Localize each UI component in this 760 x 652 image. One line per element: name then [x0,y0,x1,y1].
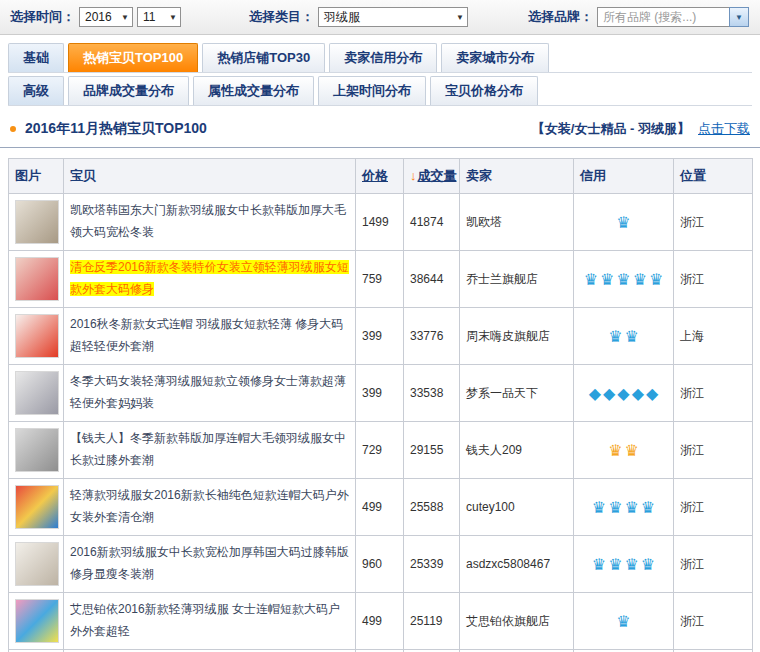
item-title-link[interactable]: 2016秋冬新款女式连帽 羽绒服女短款轻薄 修身大码超轻轻便外套潮 [70,317,343,353]
year-select-value: 2016 [85,10,112,24]
top100-table: 图片 宝贝 价格 ↓成交量 卖家 信用 位置 凯欧塔韩国东大门新款羽绒服女中长款… [8,158,753,652]
category-select-value: 羽绒服 [324,9,360,26]
item-image-cell [9,593,64,650]
item-thumbnail[interactable] [15,314,59,358]
seller-name: 凯欧塔 [460,194,574,251]
table-row: 凯欧塔韩国东大门新款羽绒服女中长款韩版加厚大毛领大码宽松冬装149941874凯… [9,194,753,251]
item-thumbnail[interactable] [15,485,59,529]
top100-table-wrap: 图片 宝贝 价格 ↓成交量 卖家 信用 位置 凯欧塔韩国东大门新款羽绒服女中长款… [8,158,752,652]
crown-blue-icon: ♛ [616,213,630,232]
table-row: 艾思铂依2016新款轻薄羽绒服 女士连帽短款大码户外外套超轻49925119艾思… [9,593,753,650]
item-image-cell [9,365,64,422]
seller-location: 浙江 [674,422,753,479]
crown-blue-icon: ♛ [616,270,630,289]
tab-group-advanced[interactable]: 高级 [8,76,64,105]
col-header-seller: 卖家 [460,159,574,194]
item-volume: 33776 [404,308,460,365]
crown-blue-icon: ♛ [592,555,606,574]
category-filter-label: 选择类目： [249,8,314,26]
seller-location: 浙江 [674,536,753,593]
brand-filter-label: 选择品牌： [528,8,593,26]
seller-credit-cell: ♛ [574,593,674,650]
crown-blue-icon: ♛ [600,270,614,289]
table-row: 2016秋冬新款女式连帽 羽绒服女短款轻薄 修身大码超轻轻便外套潮3993377… [9,308,753,365]
seller-credit-cell: ♛ [574,194,674,251]
item-title-cell: 轻薄款羽绒服女2016新款长袖纯色短款连帽大码户外女装外套清仓潮 [64,479,356,536]
item-price: 399 [356,365,404,422]
item-title-cell: 凯欧塔韩国东大门新款羽绒服女中长款韩版加厚大毛领大码宽松冬装 [64,194,356,251]
item-title-link[interactable]: 凯欧塔韩国东大门新款羽绒服女中长款韩版加厚大毛领大码宽松冬装 [70,203,346,239]
item-thumbnail[interactable] [15,371,59,415]
item-title-cell: 冬季大码女装轻薄羽绒服短款立领修身女士薄款超薄轻便外套妈妈装 [64,365,356,422]
crown-blue-icon: ♛ [649,270,663,289]
seller-name: cutey100 [460,479,574,536]
tab-seller-credit-distribution[interactable]: 卖家信用分布 [329,43,437,72]
tab-item-price-distribution[interactable]: 宝贝价格分布 [430,76,538,105]
item-image-cell [9,251,64,308]
seller-name: 艾思铂依旗舰店 [460,593,574,650]
item-price: 499 [356,479,404,536]
seller-name: 乔士兰旗舰店 [460,251,574,308]
crown-blue-icon: ♛ [608,498,622,517]
table-row: 清仓反季2016新款冬装特价女装立领轻薄羽绒服女短款外套大码修身75938644… [9,251,753,308]
item-title-cell: 艾思铂依2016新款轻薄羽绒服 女士连帽短款大码户外外套超轻 [64,593,356,650]
crown-gold-icon: ♛ [625,441,639,460]
tab-group-basic[interactable]: 基础 [8,43,64,72]
col-header-volume[interactable]: ↓成交量 [404,159,460,194]
crown-blue-icon: ♛ [625,555,639,574]
seller-location: 浙江 [674,365,753,422]
table-row: 冬季大码女装轻薄羽绒服短款立领修身女士薄款超薄轻便外套妈妈装39933538梦系… [9,365,753,422]
tab-listing-time-distribution[interactable]: 上架时间分布 [318,76,426,105]
diamond-blue-icon: ◆ [603,384,615,403]
tab-hot-shops-top30[interactable]: 热销店铺TOP30 [202,43,325,72]
brand-dropdown-button[interactable]: ▼ [729,7,749,27]
tab-attribute-volume-distribution[interactable]: 属性成交量分布 [193,76,314,105]
year-select[interactable]: 2016 ▼ [79,7,133,27]
item-title-link[interactable]: 2016新款羽绒服女中长款宽松加厚韩国大码过膝韩版修身显瘦冬装潮 [70,545,349,581]
item-title-link[interactable]: 【钱夫人】冬季新款韩版加厚连帽大毛领羽绒服女中长款过膝外套潮 [70,431,346,467]
item-volume: 41874 [404,194,460,251]
download-link[interactable]: 点击下载 [698,120,750,138]
item-title-link[interactable]: 清仓反季2016新款冬装特价女装立领轻薄羽绒服女短款外套大码修身 [70,260,349,296]
crown-blue-icon: ♛ [641,498,655,517]
tab-row-advanced: 高级 品牌成交量分布 属性成交量分布 上架时间分布 宝贝价格分布 [8,76,752,106]
diamond-blue-icon: ◆ [617,384,629,403]
crown-blue-icon: ♛ [625,327,639,346]
brand-search-input[interactable] [597,7,729,27]
item-price: 499 [356,593,404,650]
item-title-cell: 清仓反季2016新款冬装特价女装立领轻薄羽绒服女短款外套大码修身 [64,251,356,308]
tab-seller-city-distribution[interactable]: 卖家城市分布 [441,43,549,72]
item-title-link[interactable]: 冬季大码女装轻薄羽绒服短款立领修身女士薄款超薄轻便外套妈妈装 [70,374,346,410]
category-select[interactable]: 羽绒服 ▼ [318,7,468,27]
item-thumbnail[interactable] [15,200,59,244]
item-title-cell: 2016秋冬新款女式连帽 羽绒服女短款轻薄 修身大码超轻轻便外套潮 [64,308,356,365]
filter-bar: 选择时间： 2016 ▼ 11 ▼ 选择类目： 羽绒服 ▼ 选择品牌： ▼ [0,0,760,35]
section-header: 2016年11月热销宝贝TOP100 【女装/女士精品 - 羽绒服】 点击下载 [0,106,760,148]
month-select-value: 11 [143,10,155,24]
item-title-link[interactable]: 轻薄款羽绒服女2016新款长袖纯色短款连帽大码户外女装外套清仓潮 [70,488,349,524]
crown-gold-icon: ♛ [608,441,622,460]
tab-hot-items-top100[interactable]: 热销宝贝TOP100 [68,43,198,72]
item-thumbnail[interactable] [15,257,59,301]
col-header-item: 宝贝 [64,159,356,194]
item-title-link[interactable]: 艾思铂依2016新款轻薄羽绒服 女士连帽短款大码户外外套超轻 [70,602,340,638]
col-header-price[interactable]: 价格 [356,159,404,194]
chevron-down-icon: ▼ [735,13,743,22]
brand-combobox: ▼ [597,7,749,27]
tab-brand-volume-distribution[interactable]: 品牌成交量分布 [68,76,189,105]
crown-blue-icon: ♛ [616,612,630,631]
crown-blue-icon: ♛ [608,555,622,574]
seller-name: 梦系一品天下 [460,365,574,422]
sort-desc-icon: ↓ [410,168,417,183]
time-filter-label: 选择时间： [10,8,75,26]
seller-name: 钱夫人209 [460,422,574,479]
item-image-cell [9,422,64,479]
item-thumbnail[interactable] [15,542,59,586]
crown-blue-icon: ♛ [592,498,606,517]
item-volume: 38644 [404,251,460,308]
crown-blue-icon: ♛ [584,270,598,289]
item-thumbnail[interactable] [15,428,59,472]
month-select[interactable]: 11 ▼ [137,7,181,27]
item-thumbnail[interactable] [15,599,59,643]
seller-location: 浙江 [674,593,753,650]
